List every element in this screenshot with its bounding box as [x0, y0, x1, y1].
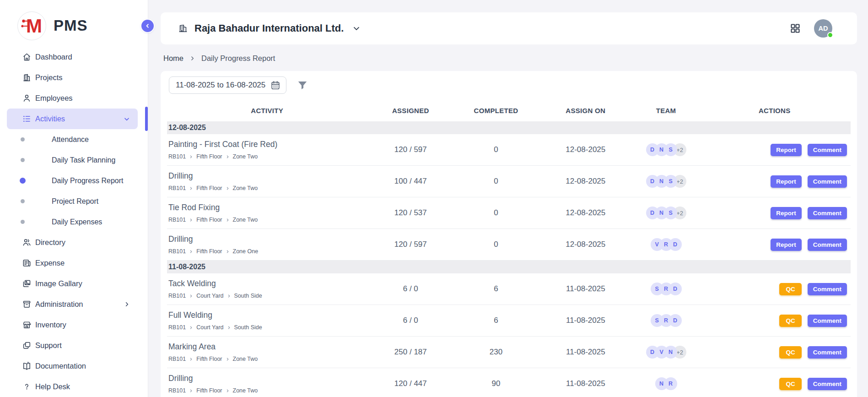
sidebar-item-documentation[interactable]: Documentation — [0, 356, 148, 376]
completed-value: 0 — [451, 240, 541, 249]
sidebar-item-label: Help Desk — [35, 382, 70, 391]
sidebar-collapse-button[interactable] — [141, 20, 154, 32]
sidebar-item-label: Projects — [35, 73, 63, 82]
sidebar-item-help-desk[interactable]: Help Desk — [0, 376, 148, 397]
building-icon — [22, 73, 32, 82]
activity-path: RB101Fifth FloorZone Two — [168, 185, 366, 191]
sidebar-subitem-daily-expenses[interactable]: Daily Expenses — [0, 212, 148, 232]
qc-button[interactable]: QC — [779, 283, 801, 295]
activity-title: Painting - First Coat (Fire Red) — [168, 140, 366, 149]
sidebar-item-dashboard[interactable]: Dashboard — [0, 47, 148, 67]
qc-button[interactable]: QC — [779, 346, 801, 359]
date-range-input[interactable]: 11-08-2025 to 16-08-2025 — [169, 76, 286, 94]
avatar[interactable]: AD — [814, 19, 832, 38]
sidebar-subitem-label: Daily Task Planning — [52, 156, 115, 164]
completed-value: 6 — [451, 316, 541, 325]
sidebar-item-inventory[interactable]: Inventory — [0, 315, 148, 335]
list-icon — [22, 114, 32, 124]
report-button[interactable]: Report — [771, 144, 802, 156]
activity-path: RB101Fifth FloorZone Two — [168, 217, 366, 223]
chevron-right-icon — [226, 155, 230, 159]
activity-path: RB101Fifth FloorZone One — [168, 248, 366, 255]
team-cell: SRD — [630, 314, 702, 327]
table-group-row: 12-08-2025 — [167, 121, 851, 134]
chevron-right-icon — [226, 250, 230, 254]
qc-button[interactable]: QC — [779, 315, 801, 327]
report-button[interactable]: Report — [771, 175, 802, 188]
path-segment: Fifth Floor — [196, 185, 222, 191]
comment-button[interactable]: Comment — [808, 346, 847, 359]
activity-title: Marking Area — [168, 342, 366, 352]
group-date: 12-08-2025 — [168, 124, 206, 132]
path-segment: RB101 — [168, 185, 186, 191]
store-icon — [22, 320, 32, 330]
sidebar-subitem-attendance[interactable]: Attendance — [0, 129, 148, 150]
report-button[interactable]: Report — [771, 239, 802, 251]
completed-value: 230 — [451, 348, 541, 357]
qc-button[interactable]: QC — [779, 378, 801, 390]
sidebar-subitem-daily-progress-report[interactable]: Daily Progress Report — [0, 170, 148, 191]
actions-cell: ReportComment — [702, 144, 851, 156]
filter-row: 11-08-2025 to 16-08-2025 — [167, 76, 851, 94]
group-date: 11-08-2025 — [168, 263, 205, 271]
sidebar-item-projects[interactable]: Projects — [0, 67, 148, 88]
completed-value: 0 — [451, 177, 541, 186]
sidebar-item-label: Dashboard — [35, 53, 72, 61]
comment-button[interactable]: Comment — [808, 378, 847, 390]
assign-on-value: 11-08-2025 — [541, 379, 630, 388]
sidebar-item-label: Activities — [35, 114, 65, 123]
comment-button[interactable]: Comment — [808, 175, 847, 188]
sidebar-item-employees[interactable]: Employees — [0, 88, 148, 109]
comment-button[interactable]: Comment — [808, 239, 847, 251]
chevron-down-icon — [352, 24, 361, 33]
chevron-right-icon — [189, 326, 193, 330]
actions-cell: QCComment — [702, 378, 851, 390]
comment-button[interactable]: Comment — [808, 315, 847, 327]
filter-icon[interactable] — [297, 79, 308, 91]
comment-button[interactable]: Comment — [808, 207, 847, 219]
path-segment: South Side — [234, 293, 262, 299]
sidebar-item-label: Documentation — [35, 362, 86, 370]
comment-button[interactable]: Comment — [808, 283, 847, 295]
main-content: Raja Bahadur International Ltd. AD — [148, 0, 868, 397]
assigned-value: 120 / 447 — [370, 379, 451, 388]
sidebar: M PMS DashboardProjectsEmployeesActiviti… — [0, 0, 148, 397]
chevron-right-icon — [227, 326, 231, 330]
sidebar-item-support[interactable]: Support — [0, 335, 148, 356]
sidebar-item-activities[interactable]: Activities — [0, 109, 148, 129]
path-segment: Court Yard — [196, 293, 223, 299]
apps-grid-icon[interactable] — [790, 23, 801, 34]
sidebar-subitem-project-report[interactable]: Project Report — [0, 191, 148, 212]
sidebar-item-directory[interactable]: Directory — [0, 232, 148, 253]
sidebar-item-administration[interactable]: Administration — [0, 294, 148, 315]
report-button[interactable]: Report — [771, 207, 802, 219]
breadcrumb-home[interactable]: Home — [163, 54, 183, 63]
table-header: ACTIVITYASSIGNEDCOMPLETEDASSIGN ONTEAMAC… — [167, 102, 851, 119]
table-row: Full WeldingRB101Court YardSouth Side6 /… — [167, 305, 851, 337]
sidebar-item-expense[interactable]: Expense — [0, 253, 148, 273]
sidebar-item-image-gallary[interactable]: Image Gallary — [0, 273, 148, 294]
company-selector[interactable]: Raja Bahadur International Ltd. — [178, 22, 361, 34]
sidebar-subitem-label: Project Report — [52, 197, 98, 206]
team-member-badge: S — [651, 314, 663, 327]
path-segment: Fifth Floor — [196, 153, 222, 160]
assigned-value: 120 / 537 — [370, 208, 451, 218]
assigned-value: 100 / 447 — [370, 177, 451, 186]
completed-value: 0 — [451, 208, 541, 218]
activity-title: Drilling — [168, 374, 366, 383]
path-segment: South Side — [234, 324, 262, 331]
sidebar-item-label: Employees — [35, 94, 73, 103]
chevron-right-icon — [189, 55, 195, 61]
assign-on-value: 11-08-2025 — [541, 348, 630, 357]
activity-title: Tack Welding — [168, 279, 366, 288]
sidebar-subitem-daily-task-planning[interactable]: Daily Task Planning — [0, 150, 148, 170]
column-header-activity: ACTIVITY — [167, 107, 370, 114]
chevron-down-icon — [123, 115, 130, 123]
help-icon — [22, 382, 32, 392]
comment-button[interactable]: Comment — [808, 144, 847, 156]
table-row: Painting - First Coat (Fire Red)RB101Fif… — [167, 134, 851, 166]
sidebar-item-label: Support — [35, 341, 62, 350]
table-row: DrillingRB101Fifth FloorZone One120 / 59… — [167, 229, 851, 261]
assigned-value: 6 / 0 — [370, 284, 451, 294]
path-segment: Zone Two — [233, 387, 258, 394]
